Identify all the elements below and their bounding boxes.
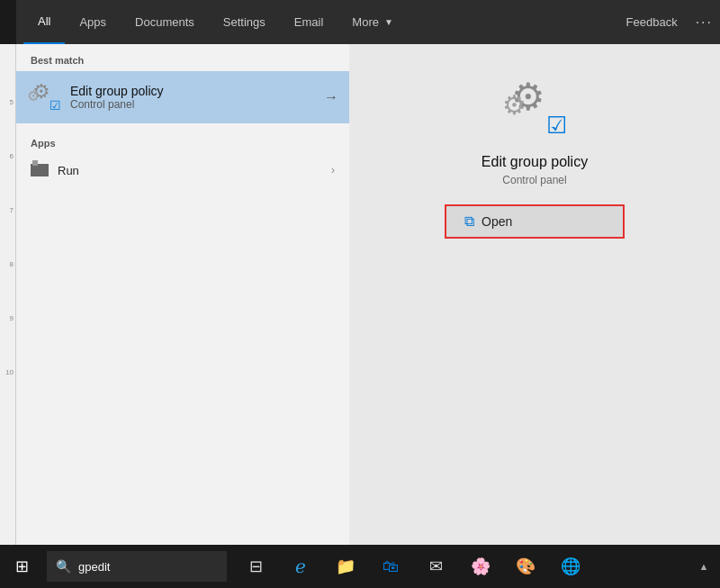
apps-section-label: Apps xyxy=(16,127,349,154)
edge-icon: ℯ xyxy=(295,556,306,577)
tab-more[interactable]: More ▼ xyxy=(338,0,408,44)
right-panel-subtitle: Control panel xyxy=(502,174,566,186)
tab-documents[interactable]: Documents xyxy=(121,0,209,44)
mail-icon: ✉ xyxy=(429,556,443,576)
edge-browser-button[interactable]: ℯ xyxy=(279,545,322,588)
app-item-run[interactable]: Run › xyxy=(16,154,349,186)
tab-all[interactable]: All xyxy=(23,0,65,44)
taskbar-right: ▲ xyxy=(688,545,720,588)
start-button[interactable]: ⊞ xyxy=(0,545,43,588)
right-panel-app-icon: ⚙ ⚙ ☑ xyxy=(499,71,571,143)
right-panel: ⚙ ⚙ ☑ Edit group policy Control panel ⧉ … xyxy=(349,44,720,545)
tray-icons[interactable]: ▲ xyxy=(688,545,720,588)
photos-button[interactable]: 🌸 xyxy=(459,545,502,588)
open-button[interactable]: ⧉ Open xyxy=(445,204,625,239)
taskbar-search-icon: 🔍 xyxy=(56,559,71,574)
mail-button[interactable]: ✉ xyxy=(414,545,457,588)
right-panel-title: Edit group policy xyxy=(482,154,588,170)
open-label: Open xyxy=(482,214,512,229)
tab-apps[interactable]: Apps xyxy=(65,0,121,44)
chrome-button[interactable]: 🌐 xyxy=(549,545,592,588)
taskbar-search-bar[interactable]: 🔍 xyxy=(47,551,227,582)
best-match-arrow-icon: → xyxy=(324,89,338,105)
paint-icon: 🎨 xyxy=(516,556,536,576)
taskbar-icons: ⊟ ℯ 📁 🛍 ✉ 🌸 🎨 🌐 xyxy=(234,545,592,588)
gear-small-icon: ⚙ xyxy=(27,87,40,104)
best-match-subtitle: Control panel xyxy=(70,98,324,111)
taskbar-search-input[interactable] xyxy=(78,560,204,574)
content-area: Best match ⚙ ⚙ ☑ Edit group policy Contr… xyxy=(16,44,720,545)
best-match-item-icon: ⚙ ⚙ ☑ xyxy=(27,80,61,114)
left-panel: Best match ⚙ ⚙ ☑ Edit group policy Contr… xyxy=(16,44,349,545)
chrome-icon: 🌐 xyxy=(561,556,580,576)
best-match-item[interactable]: ⚙ ⚙ ☑ Edit group policy Control panel → xyxy=(16,71,349,123)
best-match-title: Edit group policy xyxy=(70,84,324,98)
folder-icon: 📁 xyxy=(336,556,356,576)
tab-settings[interactable]: Settings xyxy=(209,0,280,44)
best-match-label: Best match xyxy=(16,44,349,71)
file-explorer-button[interactable]: 📁 xyxy=(324,545,367,588)
best-match-text: Edit group policy Control panel xyxy=(70,84,324,111)
app-item-arrow-icon: › xyxy=(331,164,335,176)
open-icon: ⧉ xyxy=(464,213,474,230)
run-app-icon xyxy=(31,161,49,179)
paint-button[interactable]: 🎨 xyxy=(504,545,547,588)
more-options-button[interactable]: ··· xyxy=(696,14,713,31)
store-button[interactable]: 🛍 xyxy=(369,545,412,588)
nav-right: Feedback ··· xyxy=(626,14,713,31)
large-gear2-icon: ⚙ xyxy=(502,89,526,121)
store-icon: 🛍 xyxy=(382,557,399,576)
system-tray-icon: ▲ xyxy=(699,561,709,572)
windows-logo-icon: ⊞ xyxy=(15,556,29,576)
top-navigation: All Apps Documents Settings Email More ▼… xyxy=(16,0,720,44)
app-item-name: Run xyxy=(58,164,331,177)
checklist-icon: ☑ xyxy=(50,98,61,113)
task-view-icon: ⊟ xyxy=(249,556,263,576)
task-view-button[interactable]: ⊟ xyxy=(234,545,277,588)
feedback-button[interactable]: Feedback xyxy=(626,15,678,29)
large-checklist-icon: ☑ xyxy=(546,112,567,140)
nav-tabs: All Apps Documents Settings Email More ▼ xyxy=(23,0,626,44)
tab-email[interactable]: Email xyxy=(280,0,338,44)
apps-section: Apps Run › xyxy=(16,123,349,190)
ruler: 5 6 7 8 9 10 xyxy=(0,44,16,545)
more-dropdown-icon: ▼ xyxy=(384,17,393,27)
photos-icon: 🌸 xyxy=(471,556,490,576)
taskbar: ⊞ 🔍 ⊟ ℯ 📁 🛍 ✉ 🌸 🎨 🌐 ▲ xyxy=(0,545,720,588)
